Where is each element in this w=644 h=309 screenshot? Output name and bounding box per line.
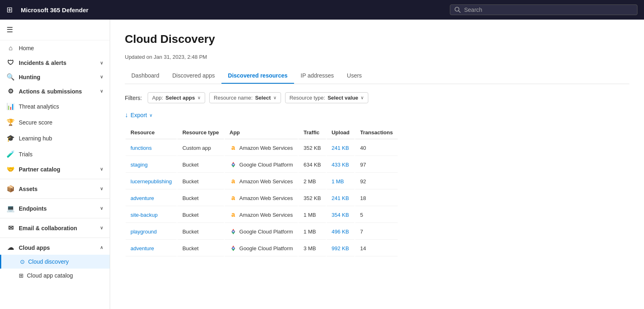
sidebar-group-hunting[interactable]: 🔍 Hunting ∨ xyxy=(0,70,110,84)
cell-resource-type: Bucket xyxy=(177,190,224,206)
sidebar-group-label: Actions & submissions xyxy=(19,88,96,95)
tab-discovered-resources[interactable]: Discovered resources xyxy=(221,68,294,84)
filters-label: Filters: xyxy=(125,95,142,101)
sidebar-item-home[interactable]: ⌂ Home xyxy=(0,40,110,56)
trials-icon: 🧪 xyxy=(7,150,15,158)
cell-transactions: 7 xyxy=(355,224,398,240)
sidebar-group-cloudapps[interactable]: ☁ Cloud apps ∧ xyxy=(0,240,110,255)
cell-resource[interactable]: lucernepublishing xyxy=(126,173,177,189)
col-resource: Resource xyxy=(126,126,177,139)
sidebar-item-learning[interactable]: 🎓 Learning hub xyxy=(0,130,110,146)
cell-traffic: 1 MB xyxy=(299,207,326,223)
sidebar: ☰ ⌂ Home 🛡 Incidents & alerts ∨ 🔍 Huntin… xyxy=(0,20,110,309)
export-icon: ↓ xyxy=(125,111,128,119)
main-layout: ☰ ⌂ Home 🛡 Incidents & alerts ∨ 🔍 Huntin… xyxy=(0,20,644,309)
sidebar-group-incidents[interactable]: 🛡 Incidents & alerts ∨ xyxy=(0,56,110,70)
sidebar-item-label: Secure score xyxy=(19,119,103,126)
cell-app: Google Cloud Platform xyxy=(225,240,298,256)
cell-resource-type: Bucket xyxy=(177,173,224,189)
page-title: Cloud Discovery xyxy=(125,33,629,46)
filters-row: Filters: App: Select apps ∨ Resource nam… xyxy=(125,92,629,103)
tab-ip-addresses[interactable]: IP addresses xyxy=(294,68,340,84)
cell-resource-type: Custom app xyxy=(177,140,224,156)
cell-resource[interactable]: playground xyxy=(126,224,177,240)
divider xyxy=(0,198,110,199)
sidebar-item-cloud-discovery[interactable]: ⊙ Cloud discovery xyxy=(0,255,110,269)
app-name: Google Cloud Platform xyxy=(239,229,293,235)
sidebar-item-cloud-app-catalog[interactable]: ⊞ Cloud app catalog xyxy=(0,269,110,282)
cell-resource[interactable]: functions xyxy=(126,140,177,156)
cell-upload: 1 MB xyxy=(327,173,354,189)
search-bar[interactable] xyxy=(450,4,637,15)
cell-resource-type: Bucket xyxy=(177,224,224,240)
cell-transactions: 14 xyxy=(355,240,398,256)
grid-icon[interactable]: ⊞ xyxy=(7,5,13,14)
app-name: Google Cloud Platform xyxy=(239,245,293,251)
cell-resource[interactable]: adventure xyxy=(126,190,177,206)
sidebar-item-label: Trials xyxy=(19,151,103,158)
chevron-down-icon: ∨ xyxy=(100,186,103,191)
filter-value-resource-name: Select xyxy=(255,95,270,101)
gcp-icon xyxy=(230,228,237,235)
sidebar-group-actions[interactable]: ⚙ Actions & submissions ∨ xyxy=(0,84,110,98)
cell-transactions: 5 xyxy=(355,207,398,223)
cell-resource[interactable]: adventure xyxy=(126,240,177,256)
chevron-down-icon: ∨ xyxy=(273,95,277,100)
topbar: ⊞ Microsoft 365 Defender xyxy=(0,0,644,20)
resources-table: Resource Resource type App Traffic Uploa… xyxy=(125,125,398,257)
cell-upload: 992 KB xyxy=(327,240,354,256)
svg-point-10 xyxy=(232,248,234,249)
export-label: Export xyxy=(131,112,147,118)
home-icon: ⌂ xyxy=(7,44,15,52)
sidebar-group-endpoints[interactable]: 💻 Endpoints ∨ xyxy=(0,201,110,216)
table-row: functions Custom app a Amazon Web Servic… xyxy=(126,140,398,156)
app-name: Google Cloud Platform xyxy=(239,162,293,168)
sidebar-group-label: Endpoints xyxy=(19,205,96,212)
resource-name-filter-button[interactable]: Resource name: Select ∨ xyxy=(209,92,281,103)
cell-resource[interactable]: site-backup xyxy=(126,207,177,223)
cell-transactions: 18 xyxy=(355,190,398,206)
app-title: Microsoft 365 Defender xyxy=(21,7,445,13)
amazon-icon: a xyxy=(230,211,237,218)
resource-type-filter-button[interactable]: Resource type: Select value ∨ xyxy=(285,92,369,103)
gcp-icon xyxy=(230,161,237,168)
sidebar-item-threat[interactable]: 📊 Threat analytics xyxy=(0,98,110,114)
cell-app: a Amazon Web Services xyxy=(225,190,298,206)
app-filter-button[interactable]: App: Select apps ∨ xyxy=(148,92,205,103)
cell-upload: 354 KB xyxy=(327,207,354,223)
cell-transactions: 97 xyxy=(355,157,398,173)
tab-users[interactable]: Users xyxy=(341,68,369,84)
tab-dashboard[interactable]: Dashboard xyxy=(125,68,166,84)
sidebar-item-secure[interactable]: 🏆 Secure score xyxy=(0,114,110,130)
sidebar-group-label: Assets xyxy=(19,186,96,192)
cloud-apps-icon: ☁ xyxy=(7,244,15,251)
tab-discovered-apps[interactable]: Discovered apps xyxy=(166,68,221,84)
cell-transactions: 92 xyxy=(355,173,398,189)
chevron-down-icon: ∨ xyxy=(361,95,364,100)
export-chevron: ∨ xyxy=(149,113,153,118)
threat-icon: 📊 xyxy=(7,102,15,110)
col-resource-type: Resource type xyxy=(177,126,224,139)
cell-app: Google Cloud Platform xyxy=(225,157,298,173)
cell-resource[interactable]: staging xyxy=(126,157,177,173)
sidebar-item-trials[interactable]: 🧪 Trials xyxy=(0,146,110,162)
sidebar-group-label: Cloud apps xyxy=(19,245,96,251)
filter-value-resource-type: Select value xyxy=(328,95,358,101)
sidebar-group-partner[interactable]: 🤝 Partner catalog ∨ xyxy=(0,162,110,176)
filter-key-resource-name: Resource name: xyxy=(214,95,252,101)
cell-upload: 241 KB xyxy=(327,140,354,156)
chevron-down-icon: ∨ xyxy=(100,74,103,80)
tabs: Dashboard Discovered apps Discovered res… xyxy=(125,68,629,84)
hamburger-button[interactable]: ☰ xyxy=(0,20,110,40)
sidebar-group-email[interactable]: ✉ Email & collaboration ∨ xyxy=(0,221,110,235)
gcp-icon xyxy=(230,245,237,252)
app-name: Amazon Web Services xyxy=(239,178,293,185)
sidebar-group-assets[interactable]: 📦 Assets ∨ xyxy=(0,182,110,196)
col-upload: Upload xyxy=(327,126,354,139)
export-row[interactable]: ↓ Export ∨ xyxy=(125,111,629,119)
cell-transactions: 40 xyxy=(355,140,398,156)
search-input[interactable] xyxy=(464,7,633,13)
table-row: adventure Bucket a Amazon Web Services 3… xyxy=(126,190,398,206)
cell-upload: 433 KB xyxy=(327,157,354,173)
cell-resource-type: Bucket xyxy=(177,157,224,173)
